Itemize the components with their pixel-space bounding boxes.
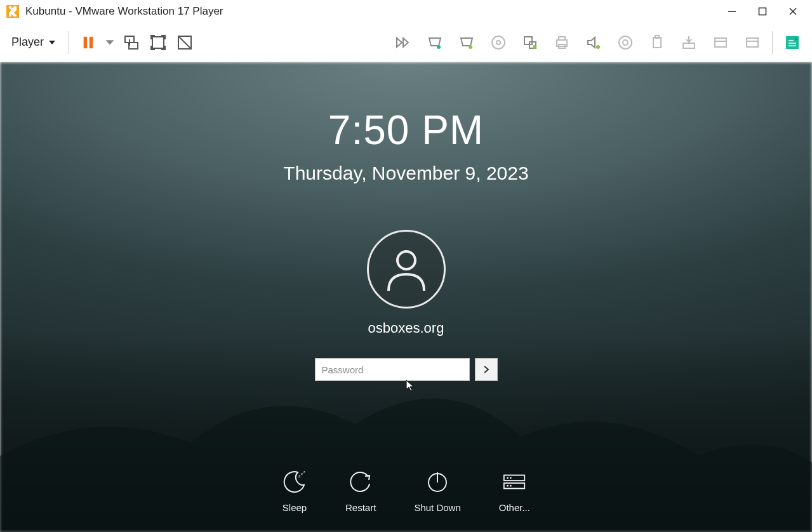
svg-rect-6: [90, 36, 93, 48]
power-icon: [425, 469, 450, 495]
svg-point-36: [397, 251, 415, 269]
svg-rect-30: [747, 38, 758, 47]
send-ctrl-alt-del-button[interactable]: [121, 32, 142, 53]
player-menu[interactable]: Player: [6, 33, 62, 51]
chevron-down-icon: [48, 38, 57, 47]
svg-point-46: [507, 485, 509, 487]
svg-point-45: [510, 477, 512, 479]
password-row: [315, 358, 498, 381]
user-block: osboxes.org: [315, 230, 498, 381]
person-icon: [381, 244, 432, 295]
svg-rect-16: [524, 37, 532, 44]
svg-point-24: [623, 40, 628, 45]
svg-point-13: [469, 45, 472, 49]
install-tools-icon[interactable]: [678, 32, 700, 53]
window-controls: [726, 5, 807, 18]
sleep-label: Sleep: [283, 502, 307, 513]
restart-icon: [348, 469, 373, 495]
svg-point-12: [437, 45, 441, 49]
svg-rect-9: [152, 37, 164, 48]
sound-icon[interactable]: [583, 32, 604, 53]
pause-button[interactable]: [77, 32, 99, 53]
svg-point-22: [596, 45, 600, 49]
svg-rect-28: [715, 38, 726, 47]
svg-point-18: [533, 45, 536, 49]
other-icon: [502, 469, 527, 495]
unity-button[interactable]: [174, 32, 196, 53]
box2-icon[interactable]: [742, 32, 763, 53]
restart-button[interactable]: Restart: [345, 469, 376, 513]
other-label: Other...: [499, 502, 530, 513]
svg-point-44: [507, 477, 509, 479]
harddisk1-icon[interactable]: [424, 32, 446, 53]
close-button[interactable]: [787, 5, 799, 18]
box1-icon[interactable]: [710, 32, 731, 53]
svg-text:z: z: [303, 470, 305, 474]
svg-rect-8: [129, 43, 138, 49]
username-label: osboxes.org: [368, 320, 444, 336]
network-adapter-icon[interactable]: [519, 32, 541, 53]
clock-time: 7:50 PM: [328, 107, 484, 154]
toolbar-separator: [68, 31, 69, 54]
svg-line-11: [178, 36, 191, 49]
svg-point-14: [492, 36, 505, 49]
svg-rect-5: [84, 36, 88, 48]
sleep-icon: zzz: [282, 469, 307, 495]
restart-label: Restart: [345, 502, 376, 513]
svg-rect-20: [559, 37, 565, 40]
user-avatar[interactable]: [367, 230, 446, 309]
minimize-button[interactable]: [726, 5, 738, 18]
cd-dvd-icon[interactable]: [488, 32, 509, 53]
window-titlebar: Kubuntu - VMware Workstation 17 Player: [0, 0, 812, 23]
sleep-button[interactable]: zzz Sleep: [282, 469, 307, 513]
toolbar-separator: [772, 31, 773, 54]
harddisk2-icon[interactable]: [456, 32, 477, 53]
mouse-cursor: [406, 380, 416, 392]
svg-point-47: [510, 485, 512, 487]
fast-forward-icon[interactable]: [392, 32, 414, 53]
notes-button[interactable]: [782, 32, 803, 53]
password-input[interactable]: [315, 358, 470, 381]
guest-screen[interactable]: 7:50 PM Thursday, November 9, 2023 osbox…: [0, 62, 812, 532]
svg-point-23: [619, 36, 632, 49]
svg-rect-2: [759, 8, 766, 15]
camera-icon[interactable]: [615, 32, 636, 53]
login-button[interactable]: [475, 358, 498, 381]
vmware-app-icon: [5, 4, 20, 19]
lock-content: 7:50 PM Thursday, November 9, 2023 osbox…: [0, 62, 812, 532]
usb-icon[interactable]: [646, 32, 668, 53]
shutdown-label: Shut Down: [414, 502, 460, 513]
printer-icon[interactable]: [551, 32, 573, 53]
maximize-button[interactable]: [756, 5, 769, 18]
chevron-down-icon: [104, 34, 116, 51]
session-actions: zzz Sleep Restart Shut Down Ot: [0, 469, 812, 513]
window-title: Kubuntu - VMware Workstation 17 Player: [25, 5, 726, 18]
svg-rect-27: [683, 43, 695, 48]
other-button[interactable]: Other...: [499, 469, 530, 513]
power-dropdown[interactable]: [104, 32, 116, 53]
svg-rect-25: [653, 37, 661, 48]
svg-point-15: [496, 41, 500, 44]
device-icons: [390, 32, 766, 53]
chevron-right-icon: [482, 365, 491, 374]
shutdown-button[interactable]: Shut Down: [414, 469, 460, 513]
vmware-toolbar: Player: [0, 23, 812, 62]
fullscreen-button[interactable]: [147, 32, 169, 53]
player-menu-label: Player: [11, 36, 44, 49]
svg-text:z: z: [301, 472, 303, 475]
clock-date: Thursday, November 9, 2023: [283, 163, 528, 184]
